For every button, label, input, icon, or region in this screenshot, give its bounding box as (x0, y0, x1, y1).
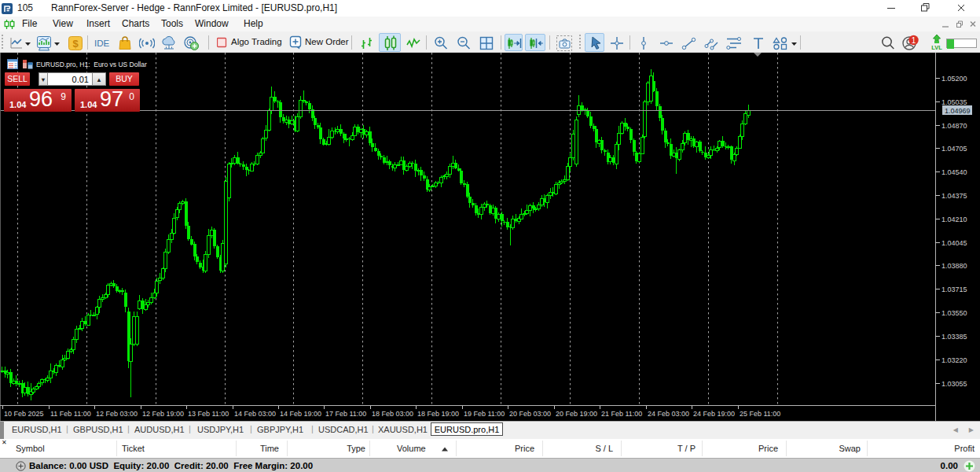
svg-text:1.04705: 1.04705 (941, 145, 967, 153)
svg-text:18 Feb 03:00: 18 Feb 03:00 (372, 410, 413, 418)
svg-text:24 Feb 03:00: 24 Feb 03:00 (648, 410, 689, 418)
svg-text:1.03550: 1.03550 (941, 309, 967, 317)
svg-text:13 Feb 11:00: 13 Feb 11:00 (188, 410, 229, 418)
svg-text:1.04540: 1.04540 (941, 168, 967, 176)
svg-text:11 Feb 11:00: 11 Feb 11:00 (50, 410, 91, 418)
svg-text:1.05200: 1.05200 (941, 75, 967, 83)
svg-text:IDE: IDE (94, 39, 110, 48)
svg-text:25 Feb 11:00: 25 Feb 11:00 (740, 410, 780, 418)
svg-text:19 Feb 11:00: 19 Feb 11:00 (464, 410, 505, 418)
svg-text:20 Feb 19:00: 20 Feb 19:00 (556, 410, 597, 418)
svg-text:18 Feb 19:00: 18 Feb 19:00 (417, 410, 459, 418)
svg-text:1: 1 (912, 36, 916, 45)
svg-text:12 Feb 19:00: 12 Feb 19:00 (142, 410, 184, 418)
svg-text:10 Feb 2025: 10 Feb 2025 (4, 410, 44, 418)
svg-text:$: $ (72, 38, 79, 50)
svg-text:1.03385: 1.03385 (941, 333, 967, 341)
svg-text:12 Feb 03:00: 12 Feb 03:00 (96, 410, 138, 418)
svg-text:1.03715: 1.03715 (941, 286, 967, 293)
svg-text:1.03055: 1.03055 (941, 380, 967, 388)
svg-text:1.04045: 1.04045 (941, 239, 967, 247)
svg-text:1.03220: 1.03220 (941, 356, 967, 364)
svg-text:24 Feb 19:00: 24 Feb 19:00 (693, 410, 735, 418)
svg-text:1.03880: 1.03880 (941, 262, 967, 270)
svg-text:1.04375: 1.04375 (941, 192, 967, 200)
svg-text:17 Feb 11:00: 17 Feb 11:00 (325, 410, 366, 418)
svg-text:1.04210: 1.04210 (941, 216, 967, 223)
svg-text:1.05035: 1.05035 (941, 98, 967, 106)
svg-text:1.04870: 1.04870 (941, 122, 967, 130)
svg-text:21 Feb 11:00: 21 Feb 11:00 (601, 410, 642, 418)
svg-text:14 Feb 03:00: 14 Feb 03:00 (234, 410, 276, 418)
svg-text:20 Feb 03:00: 20 Feb 03:00 (509, 410, 551, 418)
svg-text:1.04969: 1.04969 (945, 107, 971, 115)
svg-text:14 Feb 19:00: 14 Feb 19:00 (280, 410, 321, 418)
svg-text:LVL: LVL (931, 44, 942, 51)
